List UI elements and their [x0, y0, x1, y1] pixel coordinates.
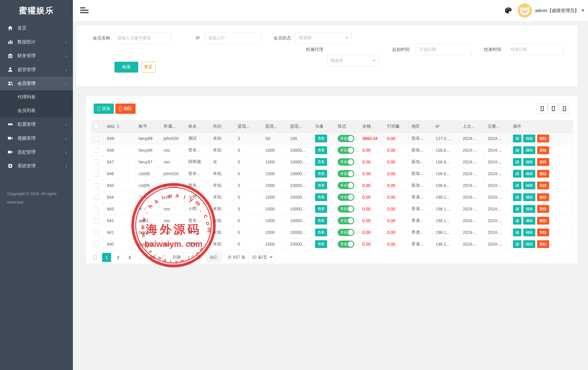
chevron-down-icon[interactable] — [581, 10, 584, 11]
kick-button[interactable]: 踢 — [513, 193, 521, 201]
delete-row-button[interactable]: 删除 — [537, 229, 549, 236]
sidebar-item-home[interactable]: 首页 — [0, 21, 73, 35]
status-toggle[interactable]: 开启 — [338, 182, 354, 189]
row-checkbox[interactable] — [94, 160, 99, 165]
row-checkbox[interactable] — [94, 230, 99, 235]
sidebar-item-superadmin[interactable]: 超管管理› — [0, 63, 73, 76]
edit-button[interactable]: 编辑 — [523, 229, 535, 236]
page-jump-input[interactable] — [183, 253, 195, 262]
table-export-icon-button[interactable] — [548, 104, 558, 114]
page-number[interactable]: 3 — [125, 253, 134, 262]
row-checkbox[interactable] — [94, 195, 99, 200]
edit-button[interactable]: 编辑 — [523, 193, 535, 201]
row-checkbox[interactable] — [94, 207, 99, 212]
sidebar-item-lottery[interactable]: 彩票管理› — [0, 117, 73, 131]
status-toggle[interactable]: 开启 — [338, 194, 354, 201]
delete-row-button[interactable]: 删除 — [537, 146, 549, 154]
sort-icon[interactable] — [117, 124, 120, 129]
next-page-icon[interactable] — [159, 253, 168, 262]
kick-button[interactable]: 踢 — [513, 170, 521, 178]
view-avatar-button[interactable]: 查看 — [315, 205, 327, 213]
view-avatar-button[interactable]: 查看 — [315, 193, 327, 201]
end-date-input[interactable] — [507, 44, 563, 55]
add-button[interactable]: 添加 — [94, 104, 114, 114]
status-toggle[interactable]: 开启 — [338, 135, 354, 142]
edit-button[interactable]: 编辑 — [523, 182, 535, 189]
confirm-button[interactable]: 确定 — [206, 253, 222, 262]
avatar[interactable] — [518, 3, 532, 18]
view-avatar-button[interactable]: 查看 — [315, 182, 327, 189]
theme-palette-icon[interactable] — [504, 7, 512, 14]
start-date-input[interactable] — [416, 44, 472, 55]
delete-row-button[interactable]: 删除 — [537, 217, 549, 225]
sidebar-item-stats[interactable]: 数据统计› — [0, 35, 73, 49]
select-all-checkbox[interactable] — [94, 124, 99, 129]
table-print-icon-button[interactable] — [559, 104, 570, 114]
kick-button[interactable]: 踢 — [513, 146, 521, 154]
kick-button[interactable]: 踢 — [513, 229, 521, 236]
edit-button[interactable]: 编辑 — [523, 146, 535, 154]
prev-page-icon[interactable] — [91, 253, 100, 262]
view-avatar-button[interactable]: 查看 — [315, 240, 327, 248]
status-toggle[interactable]: 开启 — [338, 205, 354, 213]
edit-button[interactable]: 编辑 — [523, 158, 535, 166]
admin-menu[interactable]: admin【超级管理员】 — [535, 8, 579, 14]
edit-button[interactable]: 编辑 — [523, 205, 535, 213]
sidebar-item-agent-list[interactable]: 代理列表 — [0, 90, 73, 104]
ip-input[interactable] — [205, 32, 261, 44]
edit-button[interactable]: 编辑 — [523, 170, 535, 178]
edit-button[interactable]: 编辑 — [523, 135, 535, 142]
delete-row-button[interactable]: 删除 — [537, 170, 549, 178]
reset-button[interactable]: 重置 — [141, 62, 155, 73]
row-checkbox[interactable] — [94, 183, 99, 188]
status-toggle[interactable]: 开启 — [338, 147, 354, 154]
view-avatar-button[interactable]: 查看 — [315, 135, 327, 142]
per-page-select[interactable]: 10 条/页 — [249, 253, 275, 262]
delete-row-button[interactable]: 删除 — [537, 182, 549, 189]
status-toggle[interactable]: 开启 — [338, 170, 354, 177]
view-avatar-button[interactable]: 查看 — [315, 158, 327, 166]
view-avatar-button[interactable]: 查看 — [315, 170, 327, 178]
status-toggle[interactable]: 开启 — [338, 158, 354, 166]
member-status-select[interactable]: 请选择 — [296, 32, 352, 44]
status-toggle[interactable]: 开启 — [338, 217, 354, 224]
kick-button[interactable]: 踢 — [513, 182, 521, 189]
delete-row-button[interactable]: 删除 — [537, 135, 549, 142]
page-number[interactable]: 1 — [102, 253, 111, 262]
row-checkbox[interactable] — [94, 148, 99, 153]
sidebar-item-members[interactable]: 会员管理› — [0, 76, 73, 90]
delete-row-button[interactable]: 删除 — [537, 193, 549, 201]
kick-button[interactable]: 踢 — [513, 135, 521, 142]
edit-button[interactable]: 编辑 — [523, 217, 535, 225]
sidebar-item-system[interactable]: 系统管理› — [0, 159, 73, 173]
kick-button[interactable]: 踢 — [513, 240, 521, 248]
delete-row-button[interactable]: 删除 — [537, 158, 549, 166]
edit-button[interactable]: 编辑 — [523, 240, 535, 248]
delete-row-button[interactable]: 删除 — [537, 240, 549, 248]
row-checkbox[interactable] — [94, 218, 99, 223]
status-toggle[interactable]: 开启 — [338, 229, 354, 236]
sidebar-item-video[interactable]: 视频管理› — [0, 131, 73, 145]
table-filter-icon-button[interactable] — [537, 104, 547, 114]
kick-button[interactable]: 踢 — [513, 217, 521, 225]
page-number[interactable]: 84 — [148, 253, 157, 262]
menu-toggle-icon[interactable] — [80, 7, 89, 14]
kick-button[interactable]: 踢 — [513, 158, 521, 166]
view-avatar-button[interactable]: 查看 — [315, 229, 327, 236]
status-toggle[interactable]: 开启 — [338, 241, 354, 248]
row-checkbox[interactable] — [94, 171, 99, 176]
agent-select[interactable]: 请选择 — [327, 55, 379, 67]
page-number[interactable]: 2 — [114, 253, 123, 262]
row-checkbox[interactable] — [94, 136, 99, 141]
search-button[interactable]: 检索 — [114, 62, 138, 73]
delete-row-button[interactable]: 删除 — [537, 205, 549, 213]
kick-button[interactable]: 踢 — [513, 205, 521, 213]
view-avatar-button[interactable]: 查看 — [315, 146, 327, 154]
member-name-input[interactable] — [114, 32, 171, 44]
delete-button[interactable]: 删除 — [115, 104, 136, 114]
sidebar-item-concubine[interactable]: 选妃管理› — [0, 145, 73, 159]
sidebar-item-member-list[interactable]: 会员列表 — [0, 104, 73, 117]
row-checkbox[interactable] — [94, 242, 99, 247]
sidebar-item-finance[interactable]: 财务管理› — [0, 49, 73, 63]
view-avatar-button[interactable]: 查看 — [315, 217, 327, 225]
